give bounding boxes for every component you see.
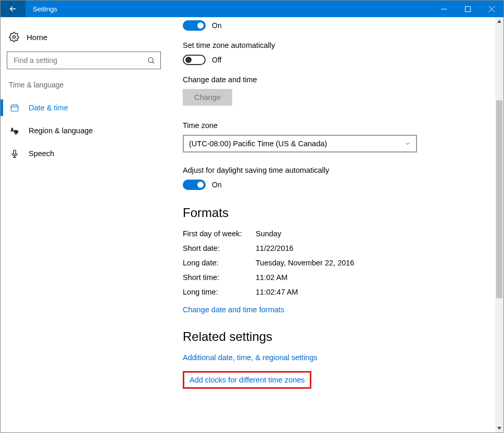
format-label: Long date: <box>183 259 256 267</box>
minimize-icon <box>441 6 447 12</box>
content-pane: On Set time zone automatically Off Chang… <box>167 17 503 432</box>
home-label: Home <box>27 33 47 42</box>
toggle-set-time-auto[interactable]: On <box>183 20 483 31</box>
toggle-state-label: On <box>212 21 222 30</box>
chevron-down-icon <box>405 141 411 147</box>
toggle-switch[interactable] <box>183 55 206 65</box>
clock-icon <box>10 103 19 112</box>
vertical-scrollbar[interactable] <box>495 17 503 432</box>
gear-icon <box>9 32 19 42</box>
sidebar-item-label: Speech <box>29 149 54 158</box>
svg-rect-1 <box>465 6 470 11</box>
search-input[interactable] <box>12 56 147 65</box>
format-value: 11:02:47 AM <box>256 288 483 296</box>
toggle-state-label: On <box>212 181 222 189</box>
format-label: Long time: <box>183 288 256 296</box>
format-label: First day of week: <box>183 230 256 238</box>
change-formats-link[interactable]: Change date and time formats <box>183 305 483 314</box>
maximize-button[interactable] <box>456 1 480 17</box>
svg-line-6 <box>153 62 154 63</box>
format-label: Short date: <box>183 244 256 252</box>
timezone-select[interactable]: (UTC-08:00) Pacific Time (US & Canada) <box>183 135 417 152</box>
formats-table: First day of week: Sunday Short date: 11… <box>183 230 483 296</box>
scrollbar-thumb[interactable] <box>496 100 502 298</box>
svg-point-4 <box>13 36 16 39</box>
format-value: 11/22/2016 <box>256 244 483 252</box>
tz-label: Time zone <box>183 121 483 130</box>
sidebar: Home Time & language Date & time A字 Regi… <box>1 17 167 432</box>
sidebar-item-label: Date & time <box>29 104 68 112</box>
change-button[interactable]: Change <box>183 89 232 106</box>
svg-point-5 <box>148 58 153 62</box>
annotation-highlight: Add clocks for different time zones <box>183 371 311 389</box>
close-button[interactable] <box>480 1 503 17</box>
maximize-icon <box>465 6 471 12</box>
change-dt-label: Change date and time <box>183 75 483 84</box>
timezone-value: (UTC-08:00) Pacific Time (US & Canada) <box>189 139 327 148</box>
format-label: Short time: <box>183 273 256 282</box>
search-icon <box>147 56 155 65</box>
svg-text:字: 字 <box>14 130 18 135</box>
related-heading: Related settings <box>183 329 483 344</box>
add-clocks-link[interactable]: Add clocks for different time zones <box>190 376 305 384</box>
arrow-left-icon <box>8 4 18 14</box>
scroll-up-button[interactable] <box>495 17 503 26</box>
svg-marker-17 <box>497 427 501 430</box>
titlebar: Settings <box>1 1 503 17</box>
language-icon: A字 <box>10 126 19 135</box>
toggle-dst[interactable]: On <box>183 180 483 190</box>
svg-rect-7 <box>11 105 18 111</box>
toggle-state-label: Off <box>212 56 221 64</box>
sidebar-item-region-language[interactable]: A字 Region & language <box>6 119 162 142</box>
sidebar-item-speech[interactable]: Speech <box>6 142 162 165</box>
additional-settings-link[interactable]: Additional date, time, & regional settin… <box>183 353 483 362</box>
set-tz-auto-label: Set time zone automatically <box>183 41 483 49</box>
home-button[interactable]: Home <box>6 27 162 52</box>
scroll-down-button[interactable] <box>495 424 503 432</box>
back-button[interactable] <box>1 1 26 17</box>
dst-label: Adjust for daylight saving time automati… <box>183 166 483 174</box>
svg-text:A: A <box>11 128 14 132</box>
sidebar-category: Time & language <box>6 81 162 96</box>
formats-heading: Formats <box>183 206 483 220</box>
minimize-button[interactable] <box>432 1 456 17</box>
format-value: Sunday <box>256 230 483 238</box>
microphone-icon <box>10 149 19 158</box>
toggle-set-tz-auto[interactable]: Off <box>183 55 483 65</box>
format-value: 11:02 AM <box>256 273 483 282</box>
toggle-switch[interactable] <box>183 180 206 190</box>
window-controls <box>432 1 503 17</box>
close-icon <box>489 6 495 12</box>
sidebar-item-date-time[interactable]: Date & time <box>6 96 162 119</box>
search-box[interactable] <box>7 52 161 69</box>
window-title: Settings <box>26 1 432 17</box>
svg-rect-13 <box>14 150 16 154</box>
svg-marker-16 <box>497 20 501 23</box>
sidebar-item-label: Region & language <box>29 126 93 135</box>
format-value: Tuesday, November 22, 2016 <box>256 259 483 267</box>
toggle-switch[interactable] <box>183 20 206 31</box>
